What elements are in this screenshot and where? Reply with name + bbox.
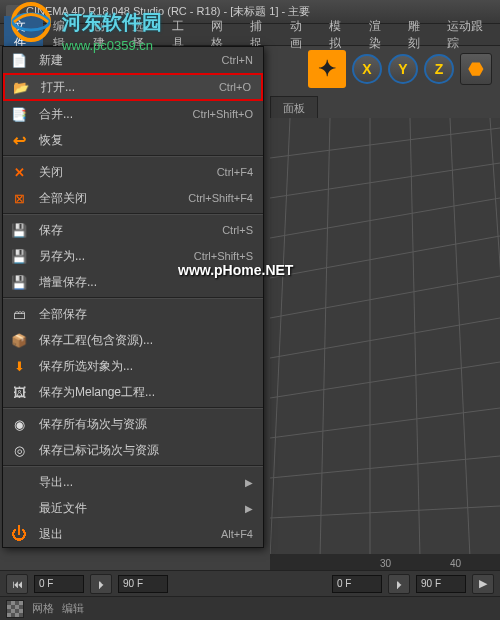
blank-icon: [7, 472, 31, 492]
viewport-grid: [270, 118, 500, 558]
svg-line-14: [410, 118, 420, 558]
svg-line-4: [270, 276, 500, 318]
menu-separator: [3, 155, 263, 157]
bottom-toolbar: ⏮ 0 F ⏵ 90 F 0 F ⏵ 90 F ▶: [0, 570, 500, 596]
menu-item-1[interactable]: 打开...Ctrl+O: [3, 73, 263, 101]
frame-range-field[interactable]: 90 F: [416, 575, 466, 593]
move-tool-icon[interactable]: [308, 50, 346, 88]
blank-icon: [7, 498, 31, 518]
step-button[interactable]: ⏵: [90, 574, 112, 594]
menu-item-10[interactable]: 增量保存...: [3, 269, 263, 295]
menu-item-shortcut: Ctrl+Shift+O: [192, 108, 253, 120]
menu-item-13[interactable]: 保存工程(包含资源)...: [3, 327, 263, 353]
menu-item-2[interactable]: 合并...Ctrl+Shift+O: [3, 101, 263, 127]
menu-item-label: 恢复: [39, 132, 253, 149]
menu-sculpt[interactable]: 雕刻: [398, 16, 437, 54]
menu-item-21[interactable]: 最近文件▶: [3, 495, 263, 521]
menu-item-8[interactable]: 保存Ctrl+S: [3, 217, 263, 243]
menu-render[interactable]: 渲染: [359, 16, 398, 54]
menu-item-label: 导出...: [39, 474, 241, 491]
menu-item-label: 保存: [39, 222, 222, 239]
svg-line-1: [270, 163, 500, 198]
status-grid: 网格: [32, 601, 54, 616]
menu-item-shortcut: Ctrl+N: [222, 54, 253, 66]
icon-close-icon: [7, 162, 31, 182]
ruler-tick-30: 30: [380, 558, 391, 569]
menu-separator: [3, 297, 263, 299]
ruler-tick-40: 40: [450, 558, 461, 569]
axis-y-button[interactable]: Y: [388, 54, 418, 84]
svg-line-5: [270, 318, 500, 358]
menu-item-label: 增量保存...: [39, 274, 253, 291]
icon-incsave-icon: [7, 272, 31, 292]
icon-quit-icon: [7, 524, 31, 544]
viewport[interactable]: [270, 118, 500, 558]
frame-cur-field[interactable]: 0 F: [332, 575, 382, 593]
svg-line-16: [490, 118, 500, 558]
menu-item-shortcut: Ctrl+Shift+S: [194, 250, 253, 262]
play-start-button[interactable]: ⏮: [6, 574, 28, 594]
menu-separator: [3, 465, 263, 467]
menu-item-label: 保存所有场次与资源: [39, 416, 253, 433]
svg-line-0: [270, 128, 500, 158]
menu-item-label: 保存工程(包含资源)...: [39, 332, 253, 349]
menu-item-22[interactable]: 退出Alt+F4: [3, 521, 263, 547]
icon-savesel-icon: [7, 356, 31, 376]
svg-line-12: [320, 118, 330, 558]
menu-item-label: 退出: [39, 526, 221, 543]
menu-item-12[interactable]: 全部保存: [3, 301, 263, 327]
step2-button[interactable]: ⏵: [388, 574, 410, 594]
icon-new-icon: [7, 50, 31, 70]
menu-item-17[interactable]: 保存所有场次与资源: [3, 411, 263, 437]
menu-item-shortcut: Ctrl+Shift+F4: [188, 192, 253, 204]
menu-item-6[interactable]: 全部关闭Ctrl+Shift+F4: [3, 185, 263, 211]
frame-end-field[interactable]: 90 F: [118, 575, 168, 593]
icon-open-icon: [9, 77, 33, 97]
menu-item-9[interactable]: 另存为...Ctrl+Shift+S: [3, 243, 263, 269]
menu-sim[interactable]: 模拟: [319, 16, 358, 54]
menu-item-label: 关闭: [39, 164, 217, 181]
icon-saveall-icon: [7, 304, 31, 324]
svg-line-11: [270, 118, 290, 558]
icon-save-icon: [7, 220, 31, 240]
menu-item-label: 最近文件: [39, 500, 241, 517]
toolbar-right: X Y Z ⬣: [308, 50, 492, 88]
menu-track[interactable]: 运动跟踪: [437, 16, 496, 54]
menu-item-label: 保存已标记场次与资源: [39, 442, 253, 459]
menu-item-20[interactable]: 导出...▶: [3, 469, 263, 495]
icon-marked-icon: [7, 440, 31, 460]
submenu-arrow-icon: ▶: [245, 503, 253, 514]
menu-item-3[interactable]: 恢复: [3, 127, 263, 153]
axis-x-button[interactable]: X: [352, 54, 382, 84]
icon-melange-icon: [7, 382, 31, 402]
menubar: 文件 编辑 创建 选择 工具 网格 捕捉 动画 模拟 渲染 雕刻 运动跟踪: [0, 24, 500, 46]
svg-line-9: [270, 506, 500, 518]
menu-item-label: 新建: [39, 52, 222, 69]
icon-saveas-icon: [7, 246, 31, 266]
submenu-arrow-icon: ▶: [245, 477, 253, 488]
menu-item-0[interactable]: 新建Ctrl+N: [3, 47, 263, 73]
menu-item-5[interactable]: 关闭Ctrl+F4: [3, 159, 263, 185]
svg-line-15: [450, 118, 470, 558]
menu-item-label: 保存为Melange工程...: [39, 384, 253, 401]
menu-item-18[interactable]: 保存已标记场次与资源: [3, 437, 263, 463]
icon-scenes-icon: [7, 414, 31, 434]
primitive-cube-button[interactable]: ⬣: [460, 53, 492, 85]
menu-anim[interactable]: 动画: [280, 16, 319, 54]
icon-saveproj-icon: [7, 330, 31, 350]
frame-start-field[interactable]: 0 F: [34, 575, 84, 593]
svg-line-2: [270, 198, 500, 238]
menu-separator: [3, 407, 263, 409]
axis-z-button[interactable]: Z: [424, 54, 454, 84]
menu-item-shortcut: Alt+F4: [221, 528, 253, 540]
icon-revert-icon: [7, 130, 31, 150]
status-edit: 编辑: [62, 601, 84, 616]
svg-line-6: [270, 362, 500, 398]
menu-item-14[interactable]: 保存所选对象为...: [3, 353, 263, 379]
material-swatch[interactable]: [6, 600, 24, 618]
menu-item-label: 保存所选对象为...: [39, 358, 253, 375]
menu-item-label: 全部保存: [39, 306, 253, 323]
menu-item-15[interactable]: 保存为Melange工程...: [3, 379, 263, 405]
menu-item-shortcut: Ctrl+F4: [217, 166, 253, 178]
play-button[interactable]: ▶: [472, 574, 494, 594]
